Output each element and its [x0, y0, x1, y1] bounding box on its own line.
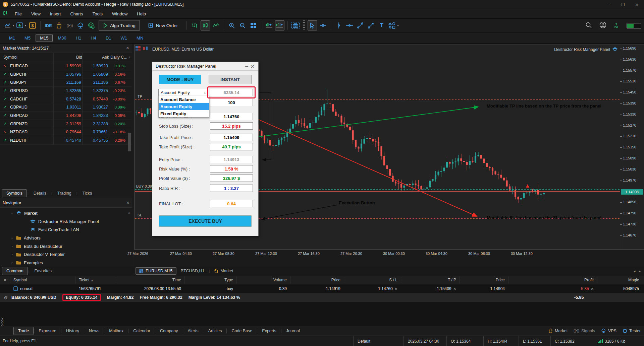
navigator-item[interactable]: ›Destructor V Templer: [0, 250, 132, 259]
toolbox-signals-button[interactable]: ((•))Signals: [574, 329, 595, 333]
account-icon[interactable]: [599, 21, 606, 30]
menu-tools[interactable]: Tools: [88, 9, 107, 19]
toolbox-column-profit[interactable]: Profit: [508, 278, 597, 282]
close-icon[interactable]: ✕: [126, 201, 129, 205]
column-symbol[interactable]: Symbol: [0, 55, 53, 60]
chart-tab-Market[interactable]: Market: [210, 267, 237, 275]
toolbox-tab-exposure[interactable]: Exposure: [34, 327, 61, 335]
market-watch-row[interactable]: ↗GBPJPY 211.169 211.186 -0.67%: [0, 78, 132, 87]
close-icon[interactable]: ✕: [126, 46, 129, 50]
menu-charts[interactable]: Charts: [65, 9, 88, 19]
market-watch-row[interactable]: ↗GBPCHF 1.05796 1.05809 -0.16%: [0, 70, 132, 79]
scroll-left-icon[interactable]: ◂: [634, 269, 636, 273]
toolbox-column-time[interactable]: Time: [116, 278, 184, 282]
auto-scroll-icon[interactable]: [275, 20, 284, 30]
timeframe-M1[interactable]: M1: [5, 34, 19, 42]
panel-minimize-icon[interactable]: –: [245, 62, 248, 71]
toolbox-column-type[interactable]: Type: [184, 278, 236, 282]
toolbox-vps-button[interactable]: VPS: [601, 329, 616, 333]
timeframe-D1[interactable]: D1: [101, 34, 116, 42]
expand-icon[interactable]: ›: [10, 236, 14, 240]
toolbox-market-button[interactable]: Market: [548, 329, 568, 333]
time-axis[interactable]: 27 Mar 202627 Mar 04:3027 Mar 08:3027 Ma…: [134, 250, 620, 258]
text-tool-icon[interactable]: T: [377, 20, 386, 30]
toolbar-drag-handle[interactable]: [303, 20, 305, 30]
expand-icon[interactable]: ›: [10, 253, 14, 256]
column-ask[interactable]: Ask: [82, 55, 109, 60]
toolbox-tab-experts[interactable]: Experts: [257, 327, 281, 335]
equity-value-field[interactable]: 6335.14: [210, 89, 253, 96]
price-axis[interactable]: 1.156901.156301.155701.155101.154501.153…: [620, 45, 644, 250]
timeframe-H1[interactable]: H1: [71, 34, 86, 42]
toolbox-column-price[interactable]: Price: [290, 278, 344, 282]
toolbox-tab-articles[interactable]: Articles: [203, 327, 226, 335]
market-watch-row[interactable]: ↗GBPNZD 2.31259 2.31288 0.20%: [0, 120, 132, 128]
market-watch-row[interactable]: ↗GBPUSD 1.32365 1.32375 -0.23%: [0, 87, 132, 95]
tab-ticks[interactable]: Ticks: [78, 189, 97, 197]
panel-field-value[interactable]: 1 : 3.27: [210, 185, 253, 192]
collapse-icon[interactable]: ⌄: [10, 211, 14, 215]
panel-field-value[interactable]: 326.97 $: [210, 175, 253, 182]
line-chart-icon[interactable]: [211, 20, 221, 30]
navigator-item[interactable]: ›Bots du Destructeur: [0, 242, 132, 251]
toolbox-tab-code-base[interactable]: Code Base: [227, 327, 257, 335]
toolbox-column-s-l[interactable]: S / L: [344, 278, 401, 282]
toolbox-column-symbol[interactable]: Symbol: [10, 278, 75, 282]
market-watch-row[interactable]: ↗NZDCHF 0.45740 0.45755 -0.29%: [0, 136, 132, 145]
chevron-up-icon[interactable]: ∧: [128, 211, 130, 214]
candlestick-chart-icon[interactable]: [201, 20, 210, 30]
toolbox-tab-history[interactable]: History: [61, 327, 84, 335]
horizontal-line-tool-icon[interactable]: [345, 20, 354, 30]
toolbox-tab-company[interactable]: Company: [155, 327, 183, 335]
vertical-line-tool-icon[interactable]: [334, 20, 343, 30]
screenshot-icon[interactable]: [291, 20, 300, 30]
panel-field-value[interactable]: 1.15409: [210, 134, 253, 141]
toolbox-tab-calendar[interactable]: Calendar: [128, 327, 155, 335]
algo-trading-button[interactable]: Algo Trading: [99, 20, 140, 31]
one-click-trading-icon[interactable]: [143, 46, 148, 52]
timeframe-M5[interactable]: M5: [20, 34, 35, 42]
dropdown-option[interactable]: Fixed Equity: [159, 110, 209, 117]
bar-chart-icon[interactable]: [190, 20, 199, 30]
shift-end-icon[interactable]: [264, 20, 274, 30]
profile-segment[interactable]: Default: [353, 336, 404, 346]
scroll-right-icon[interactable]: ▸: [639, 269, 641, 273]
risk-panel-title[interactable]: Destructor Risk Manager Panel: [152, 62, 258, 71]
column-bid[interactable]: Bid: [53, 55, 82, 60]
toolbox-column-t-p[interactable]: T / P: [401, 278, 460, 282]
panel-field-value[interactable]: 1.14760: [210, 113, 253, 120]
new-order-button[interactable]: New Order: [144, 20, 182, 31]
toolbox-tab-trade[interactable]: Trade: [13, 327, 34, 335]
shapes-tool-icon[interactable]: ▾: [388, 20, 399, 30]
remove-tp-icon[interactable]: ✕: [453, 287, 456, 291]
column-daily[interactable]: Daily C...: [109, 55, 127, 60]
tp-line-label[interactable]: TP: [138, 94, 142, 98]
trade-symbol[interactable]: eurusd: [10, 286, 75, 291]
crosshair-icon[interactable]: [318, 20, 328, 30]
market-watch-row[interactable]: ↘NZDCAD 0.79644 0.79661 -0.18%: [0, 128, 132, 137]
toolbox-tab-alerts[interactable]: Alerts: [183, 327, 203, 335]
indicators-icon[interactable]: ▾: [16, 20, 27, 30]
tab-symbols[interactable]: Symbols: [2, 189, 27, 197]
dropdown-option[interactable]: Account Balance: [159, 96, 209, 103]
menu-view[interactable]: View: [26, 9, 45, 19]
panel-field-value[interactable]: 1.58 %: [210, 165, 253, 172]
maximize-button[interactable]: ❐: [616, 0, 630, 9]
depth-of-market-icon[interactable]: [136, 46, 141, 52]
market-watch-scrollbar[interactable]: [128, 133, 131, 151]
toolbox-tester-button[interactable]: Tester: [623, 329, 641, 333]
nav-tab-favorites[interactable]: Favorites: [30, 267, 56, 275]
signals-icon[interactable]: ((•)): [65, 20, 74, 30]
menu-window[interactable]: Window: [107, 9, 132, 19]
mode-buy-button[interactable]: MODE : BUY: [159, 75, 201, 84]
minimize-button[interactable]: ─: [602, 0, 616, 9]
tile-windows-icon[interactable]: [249, 20, 258, 30]
chart-tab-EURUSD,M15[interactable]: EURUSD,M15: [136, 267, 176, 275]
panel-field-value[interactable]: 0.64: [210, 200, 253, 207]
nav-tab-common[interactable]: Common: [2, 267, 28, 275]
toolbox-column-magic[interactable]: Magic: [597, 278, 642, 282]
market-watch-row[interactable]: ↗GBPCAD 1.84208 1.84223 -0.05%: [0, 112, 132, 120]
chart-tab-BTCUSD,H1[interactable]: BTCUSD,H1: [177, 267, 208, 275]
ide-icon[interactable]: IDE: [44, 20, 53, 30]
toolbox-tab-news[interactable]: News: [84, 327, 104, 335]
